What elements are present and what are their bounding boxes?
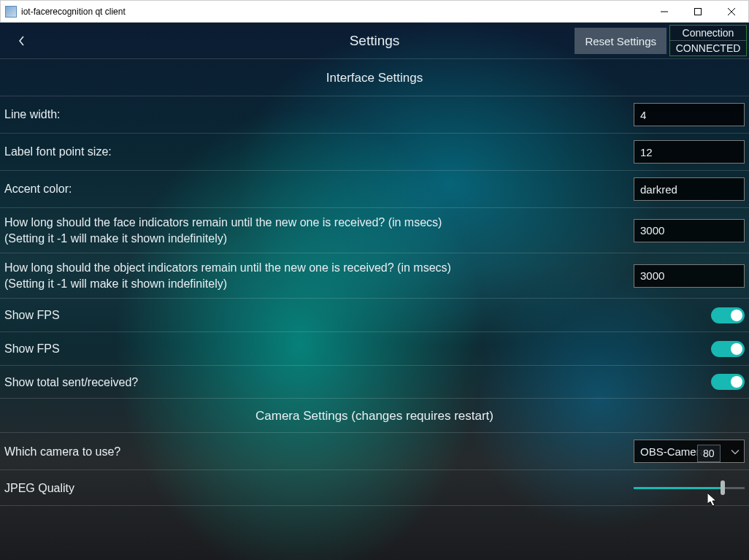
show-totals-toggle[interactable] — [711, 374, 745, 390]
row-show-totals: Show total sent/received? — [0, 365, 749, 399]
minimize-button[interactable] — [648, 1, 681, 22]
app-client-area: Settings Reset Settings Connection CONNE… — [0, 23, 749, 560]
show-fps-2-toggle[interactable] — [711, 341, 745, 357]
accent-color-label: Accent color: — [4, 181, 634, 197]
which-camera-value: OBS-Camera — [640, 445, 706, 458]
row-which-camera: Which camera to use? OBS-Camera — [0, 432, 749, 469]
close-button[interactable] — [715, 1, 748, 22]
line-width-label: Line width: — [4, 107, 634, 123]
app-header: Settings Reset Settings Connection CONNE… — [0, 23, 749, 59]
show-fps-1-toggle[interactable] — [711, 307, 745, 323]
jpeg-quality-tooltip: 80 — [697, 445, 721, 462]
interface-section-title: Interface Settings — [0, 59, 749, 96]
row-object-timeout: How long should the object indicators re… — [0, 253, 749, 298]
page-title: Settings — [350, 33, 400, 49]
which-camera-label: Which camera to use? — [4, 444, 634, 460]
line-width-input[interactable] — [634, 103, 745, 126]
chevron-left-icon — [18, 36, 26, 46]
row-show-fps-1: Show FPS — [0, 298, 749, 331]
label-font-input[interactable] — [634, 140, 745, 164]
show-totals-label: Show total sent/received? — [4, 375, 711, 391]
show-fps-2-label: Show FPS — [4, 341, 711, 357]
face-timeout-label: How long should the face indicators rema… — [4, 215, 634, 246]
label-font-label: Label font point size: — [4, 144, 634, 160]
svg-rect-1 — [695, 8, 702, 15]
back-button[interactable] — [0, 23, 44, 59]
row-accent-color: Accent color: — [0, 170, 749, 207]
face-timeout-input[interactable] — [634, 219, 745, 242]
object-timeout-input[interactable] — [634, 264, 745, 288]
app-icon — [5, 6, 17, 18]
os-titlebar: iot-facerecognition qt client — [0, 0, 749, 23]
row-jpeg-quality: JPEG Quality — [0, 469, 749, 506]
row-line-width: Line width: — [0, 96, 749, 133]
row-label-font: Label font point size: — [0, 133, 749, 170]
connection-status-box[interactable]: Connection CONNECTED — [669, 25, 747, 56]
window-controls — [648, 1, 748, 22]
show-fps-1-label: Show FPS — [4, 307, 711, 323]
chevron-down-icon — [731, 445, 740, 458]
connection-label: Connection — [670, 26, 746, 41]
connection-status: CONNECTED — [670, 41, 746, 55]
row-show-fps-2: Show FPS — [0, 331, 749, 365]
maximize-button[interactable] — [681, 1, 715, 22]
accent-color-input[interactable] — [634, 177, 745, 201]
window-title: iot-facerecognition qt client — [21, 7, 648, 17]
which-camera-select[interactable]: OBS-Camera — [634, 440, 745, 463]
reset-settings-button[interactable]: Reset Settings — [575, 28, 667, 54]
jpeg-quality-label: JPEG Quality — [4, 480, 634, 496]
camera-section-title: Camera Settings (changes requires restar… — [0, 399, 749, 432]
object-timeout-label: How long should the object indicators re… — [4, 260, 634, 291]
row-face-timeout: How long should the face indicators rema… — [0, 207, 749, 253]
jpeg-quality-slider[interactable] — [634, 479, 745, 496]
